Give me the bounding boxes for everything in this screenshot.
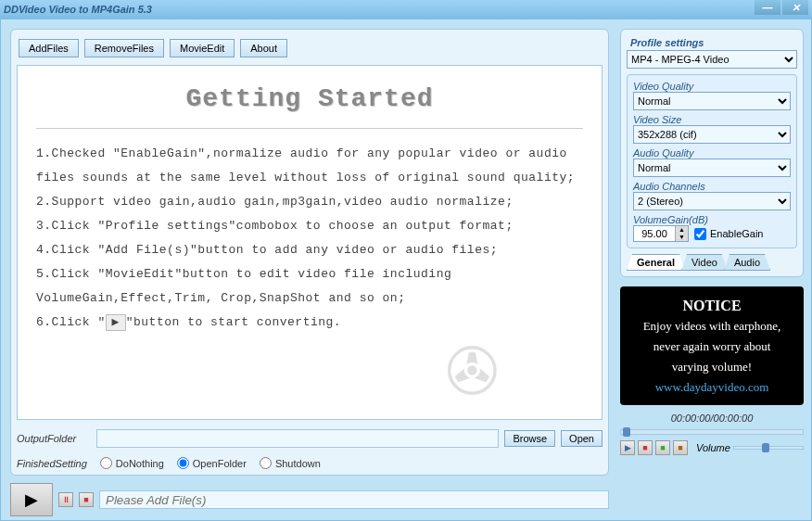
volume-label: Volume [696,442,730,453]
removefiles-button[interactable]: RemoveFiles [84,39,164,57]
video-quality-select[interactable]: Normal [633,92,791,110]
audio-quality-select[interactable]: Normal [633,159,791,177]
video-size-select[interactable]: 352x288 (cif) [633,125,791,144]
audio-quality-label: Audio Quality [633,147,791,159]
content-area: Getting Started 1.Checked "EnableGain",n… [17,65,603,420]
notice-title: NOTICE [629,296,794,316]
tab-audio[interactable]: Audio [724,254,770,271]
video-quality-label: Video Quality [633,81,791,92]
open-button[interactable]: Open [561,430,603,447]
audio-channels-select[interactable]: 2 (Stereo) [633,192,791,210]
volume-slider[interactable] [733,446,804,450]
about-button[interactable]: About [240,39,287,57]
outputfolder-input[interactable] [96,429,499,448]
tab-video[interactable]: Video [681,254,728,271]
timecode: 00:00:00/00:00:00 [620,413,804,424]
volumegain-label: VolumeGain(dB) [633,214,791,225]
notice-link[interactable]: www.daydayvideo.com [655,380,769,394]
outputfolder-label: OutputFolder [17,433,91,444]
audio-channels-label: Audio Channels [633,181,791,192]
pause-button[interactable]: ⏸ [58,492,73,507]
enablegain-checkbox[interactable] [694,228,706,240]
getting-started-title: Getting Started [36,84,583,113]
finishedsetting-label: FinishedSetting [17,458,87,469]
profile-select[interactable]: MP4 - MPEG-4 Video [627,50,797,69]
spinner-down[interactable]: ▼ [675,234,688,241]
gs-item: 1.Checked "EnableGain",normalize audio f… [36,142,583,190]
gs-item: 6.Click "▶"button to start converting. [36,311,583,335]
close-button[interactable]: ✕ [782,0,808,15]
openfolder-radio[interactable] [177,457,189,469]
gs-item: 3.Click "Profile settings"combobox to ch… [36,214,583,238]
profile-settings-label: Profile settings [627,35,797,50]
notice-panel: NOTICE Enjoy videos with earphone, never… [620,286,804,405]
window-title: DDVideo Video to MP4Gain 5.3 [4,4,152,15]
gs-item: 4.Click "Add File(s)"button to add any v… [36,238,583,262]
mini-rec-button[interactable]: ■ [655,440,670,455]
spinner-up[interactable]: ▲ [675,226,688,234]
mini-play-button[interactable]: ▶ [620,440,635,455]
gs-item: 2.Support video gain,audio gain,mp3gain,… [36,190,583,214]
mini-snap-button[interactable]: ■ [673,440,688,455]
seek-bar[interactable] [620,429,804,435]
movieedit-button[interactable]: MovieEdit [170,39,235,57]
main-toolbar: AddFiles RemoveFiles MovieEdit About [17,35,603,65]
addfiles-button[interactable]: AddFiles [19,39,79,57]
tab-general[interactable]: General [627,254,685,271]
shutdown-radio[interactable] [260,457,272,469]
stop-button[interactable]: ■ [79,492,94,507]
notice-line: Enjoy videos with earphone, [629,316,794,337]
play-button[interactable]: ▶ [10,483,53,516]
status-input[interactable] [99,490,609,509]
browse-button[interactable]: Browse [504,430,555,447]
donothing-radio[interactable] [100,457,112,469]
mini-stop-button[interactable]: ■ [638,440,653,455]
gs-item: 5.Click "MovieEdit"button to edit video … [36,262,583,311]
notice-line: never again worry about [629,337,794,357]
film-reel-icon: ✇ [445,334,500,410]
volumegain-input[interactable] [634,226,675,241]
notice-line: varying volume! [629,357,794,377]
minimize-button[interactable]: — [755,0,780,15]
video-size-label: Video Size [633,114,791,125]
play-icon: ▶ [106,314,126,331]
title-bar: DDVideo Video to MP4Gain 5.3 — ✕ [0,0,812,19]
